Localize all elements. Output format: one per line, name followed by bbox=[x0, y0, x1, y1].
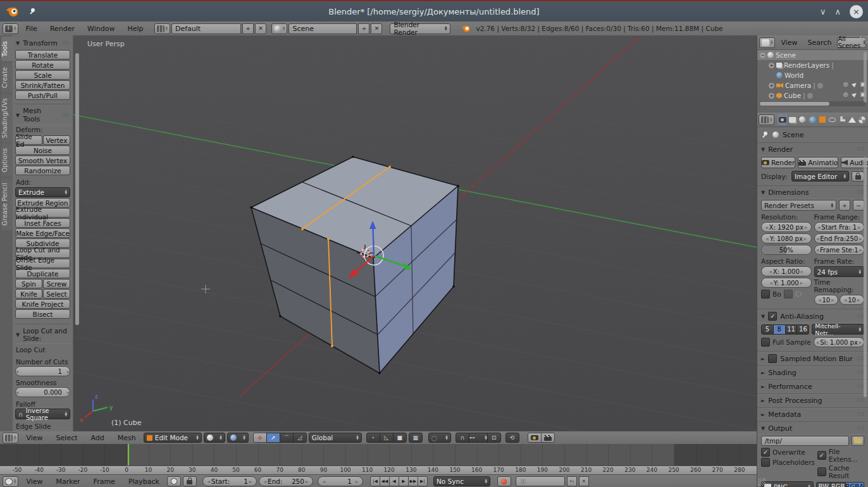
smb-checkbox[interactable] bbox=[768, 354, 777, 363]
expand-icon[interactable]: + bbox=[769, 63, 774, 68]
outliner-row-scene[interactable]: − Scene bbox=[757, 50, 868, 60]
view3d-menu-select[interactable]: Select bbox=[51, 434, 84, 442]
scale-button[interactable]: Scale bbox=[15, 70, 70, 80]
play-button[interactable]: ▶ bbox=[399, 476, 409, 486]
aspect-x-field[interactable]: X: 1.000 bbox=[761, 266, 812, 276]
extrude-menu[interactable]: Extrude bbox=[15, 187, 70, 197]
metadata-panel[interactable]: Metadata bbox=[768, 410, 801, 419]
view3d-menu-view[interactable]: View bbox=[20, 434, 48, 442]
smoothness-field[interactable]: 0.000 bbox=[15, 387, 70, 397]
cube-mesh[interactable] bbox=[250, 156, 459, 374]
proportional-edit-select[interactable]: ◌ bbox=[428, 433, 451, 443]
manipulator-toggle-button[interactable]: ✛ bbox=[253, 433, 267, 443]
frame-step-field[interactable]: Frame Ste:1 bbox=[814, 245, 865, 255]
outliner-row-world[interactable]: World bbox=[757, 70, 868, 80]
screen-layout-add-button[interactable]: + bbox=[242, 23, 254, 34]
previous-keyframe-button[interactable]: ◀◀ bbox=[380, 476, 390, 486]
color-mode-bw[interactable]: BW bbox=[816, 482, 831, 487]
number-of-cuts-field[interactable]: 1 bbox=[15, 366, 70, 376]
output-panel-title[interactable]: Output bbox=[768, 424, 792, 433]
transform-panel-title[interactable]: Transform bbox=[23, 39, 58, 47]
resolution-percentage-slider[interactable]: 50% bbox=[761, 245, 812, 255]
screen-layout-name-field[interactable]: Default bbox=[171, 23, 241, 34]
outliner-row-cube[interactable]: + Cube| ◎ ▶ ▣ bbox=[757, 90, 868, 101]
tab-object[interactable] bbox=[818, 114, 828, 125]
timeline-menu-marker[interactable]: Marker bbox=[51, 478, 86, 486]
auto-keyframe-button[interactable] bbox=[497, 476, 511, 486]
editor-type-button-timeline[interactable] bbox=[3, 476, 18, 487]
menu-file[interactable]: File bbox=[20, 25, 42, 33]
slide-vertex-button[interactable]: Vertex bbox=[43, 135, 70, 145]
render-animation-button[interactable]: Animatio bbox=[798, 157, 838, 168]
render-engine-select[interactable]: Blender Render bbox=[390, 23, 450, 34]
knife-select-button[interactable]: Select bbox=[43, 289, 70, 299]
menu-help[interactable]: Help bbox=[121, 25, 149, 33]
vertex-select-mode-button[interactable]: ⬝ bbox=[366, 433, 380, 443]
outliner-hscrollbar[interactable] bbox=[759, 101, 865, 106]
aa-samples-5[interactable]: 5 bbox=[761, 324, 774, 335]
preset-remove-button[interactable]: − bbox=[853, 200, 864, 211]
frame-start-field[interactable]: Start:1 bbox=[202, 476, 257, 486]
current-frame-indicator[interactable] bbox=[128, 444, 129, 465]
rotate-button[interactable]: Rotate bbox=[15, 60, 70, 70]
jump-to-start-button[interactable]: |◀ bbox=[370, 476, 380, 486]
color-mode-rgb[interactable]: RGB bbox=[831, 482, 846, 487]
snap-target-button[interactable]: ⊡ bbox=[487, 433, 501, 443]
outliner-menu-search[interactable]: Search bbox=[803, 39, 836, 47]
post-processing-panel[interactable]: Post Processing bbox=[768, 397, 822, 405]
scene-name-field[interactable]: Scene bbox=[288, 23, 357, 34]
selectability-arrow-icon[interactable]: ▶ bbox=[850, 80, 858, 88]
sampled-motion-blur-panel[interactable]: Sampled Motion Blur bbox=[780, 355, 853, 363]
end-frame-field[interactable]: End Fra:250 bbox=[814, 233, 865, 244]
outliner-menu-view[interactable]: View bbox=[776, 39, 802, 47]
window-close-button[interactable]: × bbox=[850, 5, 863, 18]
manipulator-rotate-button[interactable]: ⌒ bbox=[280, 433, 294, 443]
outliner-row-renderlayers[interactable]: + RenderLayers| bbox=[757, 60, 868, 70]
current-frame-field[interactable]: 1 bbox=[318, 476, 363, 486]
limit-to-visible-button[interactable]: ▦ bbox=[409, 433, 423, 443]
opengl-render-image-button[interactable] bbox=[528, 433, 542, 443]
preview-range-button[interactable] bbox=[167, 476, 181, 486]
aa-checkbox[interactable]: ✓ bbox=[768, 312, 777, 321]
timeline-menu-playback[interactable]: Playback bbox=[123, 478, 165, 486]
render-button[interactable]: Render bbox=[761, 157, 795, 168]
sync-mode-select[interactable]: No Sync bbox=[433, 476, 490, 486]
outliner-vscrollbar[interactable] bbox=[864, 52, 867, 102]
frame-rate-select[interactable]: 24 fps bbox=[814, 266, 865, 277]
tab-tools[interactable]: Tools bbox=[1, 37, 13, 61]
aa-samples-8[interactable]: 8 bbox=[773, 324, 786, 335]
jump-to-end-button[interactable]: ▶| bbox=[418, 476, 428, 486]
edge-select-mode-button[interactable]: ◺ bbox=[380, 433, 394, 443]
aa-filter-select[interactable]: Mitchell-Netr... bbox=[812, 324, 864, 335]
render-presets-select[interactable]: Render Presets bbox=[761, 200, 836, 211]
lock-frame-button[interactable] bbox=[183, 476, 197, 486]
tab-create[interactable]: Create bbox=[1, 63, 13, 92]
frame-end-field[interactable]: End:250 bbox=[259, 476, 313, 486]
output-path-field[interactable]: /tmp/ bbox=[761, 436, 849, 446]
corner-resize-grip[interactable] bbox=[758, 478, 766, 486]
visibility-eye-icon[interactable]: ◎ bbox=[843, 81, 848, 87]
resolution-x-field[interactable]: X: 1920 px bbox=[761, 222, 812, 232]
mesh-tools-panel-title[interactable]: Mesh Tools bbox=[23, 107, 59, 123]
render-display-select[interactable]: Image Editor bbox=[791, 171, 849, 182]
next-keyframe-button[interactable]: ▶▶ bbox=[408, 476, 418, 486]
scene-delete-button[interactable]: ✕ bbox=[371, 23, 382, 34]
corner-resize-grip[interactable] bbox=[860, 36, 867, 44]
spin-button[interactable]: Spin bbox=[15, 279, 42, 288]
window-minimize-icon[interactable]: ∨ bbox=[820, 7, 826, 16]
tab-object-data[interactable] bbox=[848, 114, 857, 125]
timeline-tracks[interactable]: -50-40-30-20-100102030405060708090100110… bbox=[0, 444, 757, 474]
tab-render[interactable] bbox=[778, 114, 787, 125]
pivot-point-select[interactable] bbox=[227, 433, 249, 443]
visibility-eye-icon[interactable]: ◎ bbox=[843, 91, 848, 97]
view3d-menu-mesh[interactable]: Mesh bbox=[112, 434, 142, 442]
opengl-render-anim-button[interactable] bbox=[541, 433, 555, 443]
smooth-vertex-button[interactable]: Smooth Vertex bbox=[15, 156, 70, 165]
start-frame-field[interactable]: Start Fra: 1 bbox=[814, 222, 865, 232]
pin-id-icon[interactable] bbox=[762, 132, 769, 138]
render-panel-title[interactable]: Render bbox=[768, 145, 793, 154]
editor-type-button-properties[interactable] bbox=[759, 114, 774, 125]
filter-size-field[interactable]: Si: 1.000 px bbox=[814, 337, 864, 347]
crop-checkbox[interactable] bbox=[784, 290, 793, 299]
full-sample-checkbox[interactable] bbox=[761, 338, 770, 347]
